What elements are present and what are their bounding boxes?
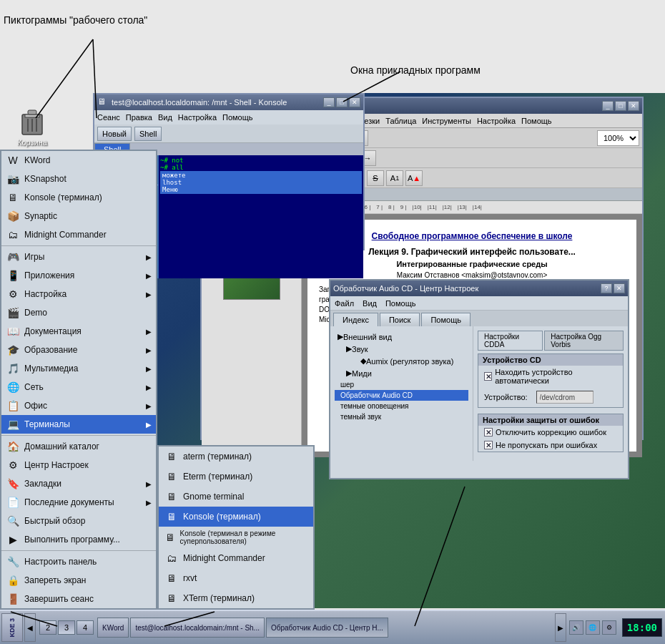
settings-menu-icon: ⚙	[6, 287, 20, 301]
workspace-btn-2[interactable]: 2	[39, 620, 56, 635]
kde-menu-item-multimedia[interactable]: 🎵 Мультимедиа ▶	[1, 359, 156, 378]
term-konsole-root[interactable]: 🖥 Konsole (терминал в режиме суперпользо…	[159, 527, 313, 548]
kde-menu-item-synaptic[interactable]: 📦 Synaptic	[1, 207, 156, 225]
kde-menu-item-run[interactable]: ▶ Выполнить программу...	[1, 530, 156, 549]
panel-clock[interactable]: 18:00	[622, 618, 662, 637]
kde-menu-item-home[interactable]: 🏠 Домашний каталог	[1, 437, 156, 456]
kde-menu-item-edu[interactable]: 🎓 Образование ▶	[1, 341, 156, 359]
kde-menu-item-games[interactable]: 🎮 Игры ▶	[1, 248, 156, 266]
audiocd-auto-detect-label: Находить устройство автоматически	[495, 368, 617, 385]
kde-menu-item-office[interactable]: 📋 Офис ▶	[1, 396, 156, 415]
term-xterm[interactable]: 🖥 XTerm (терминал)	[159, 588, 313, 608]
audiocd-disable-correction-checkbox[interactable]: ✕	[484, 428, 493, 436]
audiocd-tree-midi[interactable]: ▶ Миди	[335, 367, 468, 379]
konsole-shell-btn[interactable]: Shell	[134, 127, 162, 141]
audiocd-device-input[interactable]	[536, 391, 593, 404]
kword-font-color-btn[interactable]: A▲	[405, 170, 423, 186]
audiocd-help-btn[interactable]: ?	[601, 283, 612, 293]
kde-menu-item-configure-panel[interactable]: 🔧 Настроить панель	[1, 552, 156, 571]
workspace-btn-3[interactable]: 3	[58, 620, 75, 635]
konsole-menu-session[interactable]: Сеанс	[97, 113, 120, 122]
konsole-titlebar[interactable]: 🖥 test@localhost.localdomain: /mnt - She…	[94, 94, 363, 110]
audiocd-tree-item-audiocd[interactable]: Обработчик Audio CD	[335, 390, 468, 401]
audiocd-menu-view[interactable]: Вид	[363, 299, 377, 308]
kde-menu-item-mc[interactable]: 🗂 Midnight Commander	[1, 225, 156, 244]
kde-menu-item-lock[interactable]: 🔒 Запереть экран	[1, 571, 156, 590]
term-eterm[interactable]: 🖥 Eterm (терминал)	[159, 467, 313, 487]
kword-menu-table[interactable]: Таблица	[385, 117, 416, 125]
kde-menu-item-ksnapshot[interactable]: 📷 KSnapshot	[1, 170, 156, 188]
kword-menu-icon: W	[6, 153, 20, 167]
kde-menu-item-apps[interactable]: 📱 Приложения ▶	[1, 266, 156, 285]
kde-menu-item-bookmarks[interactable]: 🔖 Закладки ▶	[1, 474, 156, 493]
kword-minimize-btn[interactable]: _	[602, 101, 614, 111]
audiocd-tree-aumix[interactable]: ◆ Aumix (регулятор звука)	[343, 355, 468, 367]
kword-close-btn[interactable]: ✕	[628, 101, 639, 111]
kde-menu-item-terminals[interactable]: 💻 Терминалы ▶	[1, 415, 156, 434]
audiocd-tab-search[interactable]: Поиск	[380, 313, 420, 326]
panel-right-arrow[interactable]: ▶	[555, 613, 566, 642]
term-aterm[interactable]: 🖥 aterm (терминал)	[159, 447, 313, 467]
ruler-mark-12: |12|	[443, 204, 452, 210]
kword-menu-tools[interactable]: Инструменты	[422, 117, 471, 125]
term-mc[interactable]: 🗂 Midnight Commander	[159, 548, 313, 568]
konsole-new-btn[interactable]: Новый	[97, 127, 132, 141]
kde-menu-item-konsole[interactable]: 🖥 Konsole (терминал)	[1, 188, 156, 207]
systray-icon-3[interactable]: ⚙	[602, 620, 616, 635]
panel-task-audiocd[interactable]: Обработчик Audio CD - Центр Н...	[266, 618, 388, 638]
kde-menu-item-network[interactable]: 🌐 Сеть ▶	[1, 378, 156, 396]
panel-task-kword[interactable]: KWord	[97, 618, 129, 638]
konsole-menu-help[interactable]: Помощь	[222, 113, 253, 122]
kde-menu-item-recent[interactable]: 📄 Последние документы ▶	[1, 493, 156, 512]
audiocd-tree-item-notifications[interactable]: темные оповещения	[335, 401, 468, 411]
audiocd-tree-item-server[interactable]: шер	[335, 379, 468, 390]
term-rxvt[interactable]: 🖥 rxvt	[159, 568, 313, 588]
audiocd-tree-appearance[interactable]: ▶ Внешний вид	[335, 331, 468, 343]
audiocd-tree-sound[interactable]: ▶ Звук	[335, 343, 468, 355]
audiocd-skip-error-label: Не пропускать при ошибках	[496, 441, 597, 449]
audiocd-menu-file[interactable]: Файл	[335, 299, 354, 308]
kde-menu-item-demo[interactable]: 🎬 Demo	[1, 303, 156, 322]
kword-strikethrough-btn[interactable]: S	[367, 170, 384, 186]
konsole-menu-settings[interactable]: Настройка	[178, 113, 217, 122]
ruler-mark-7: 7 |	[376, 204, 383, 210]
audiocd-settings-tab-ogg[interactable]: Настройка Ogg Vorbis	[544, 331, 624, 351]
audiocd-error-group: Настройки защиты от ошибок ✕ Отключить к…	[478, 414, 624, 452]
kde-menu-item-settings[interactable]: ⚙ Настройка ▶	[1, 285, 156, 303]
term-konsole[interactable]: 🖥 Konsole (терминал)	[159, 507, 313, 527]
kword-menu-help[interactable]: Помощь	[521, 117, 552, 125]
audiocd-tree-item-sound2[interactable]: темный звук	[335, 411, 468, 422]
audiocd-close-btn[interactable]: ✕	[614, 283, 625, 293]
panel-left-arrow[interactable]: ◀	[24, 613, 36, 642]
audiocd-skip-error-checkbox[interactable]: ✕	[484, 441, 493, 449]
konsole-minimize-btn[interactable]: _	[323, 97, 335, 107]
audiocd-menu-help[interactable]: Помощь	[385, 299, 416, 308]
kde-menu-item-controlcenter[interactable]: ⚙ Центр Настроек	[1, 456, 156, 474]
audiocd-tab-index[interactable]: Индекс	[333, 313, 378, 326]
desktop-icon-trash[interactable]: Корзина	[4, 107, 61, 147]
kde-menu-item-logout[interactable]: 🚪 Завершить сеанс	[1, 590, 156, 608]
multimedia-menu-icon: 🎵	[6, 361, 20, 376]
kde-menu-item-kword[interactable]: W KWord	[1, 151, 156, 170]
systray-icon-1[interactable]: 🔊	[569, 620, 583, 635]
kword-superscript-btn[interactable]: A1	[386, 170, 403, 186]
konsole-menu-view[interactable]: Вид	[158, 113, 172, 122]
panel-task-konsole[interactable]: test@localhost.localdomain:/mnt - Sh...	[130, 618, 265, 638]
audiocd-titlebar[interactable]: Обработчик Audio CD - Центр Настроек ? ✕	[330, 280, 628, 296]
term-gnome[interactable]: 🖥 Gnome terminal	[159, 487, 313, 507]
kword-zoom-select[interactable]: 100%	[597, 130, 639, 146]
workspace-btn-4[interactable]: 4	[77, 620, 94, 635]
audiocd-tab-help[interactable]: Помощь	[421, 313, 471, 326]
konsole-maximize-btn[interactable]: □	[336, 97, 348, 107]
audiocd-settings-tab-cdda[interactable]: Настройки CDDA	[478, 331, 543, 351]
audiocd-auto-detect-checkbox[interactable]: ✕	[484, 372, 492, 381]
konsole-menu-edit[interactable]: Правка	[126, 113, 152, 122]
kde-menu-item-quickbrowse[interactable]: 🔍 Быстрый обзор	[1, 512, 156, 530]
kde-menu-button[interactable]: KDE 3	[1, 613, 23, 642]
konsole-close-btn[interactable]: ✕	[349, 97, 360, 107]
doc-link[interactable]: Свободное программное обеспечение в школ…	[319, 231, 625, 241]
systray-icon-2[interactable]: 🌐	[586, 620, 600, 635]
kword-menu-settings[interactable]: Настройка	[477, 117, 516, 125]
kde-menu-item-docs[interactable]: 📖 Документация ▶	[1, 322, 156, 341]
kword-maximize-btn[interactable]: □	[615, 101, 626, 111]
